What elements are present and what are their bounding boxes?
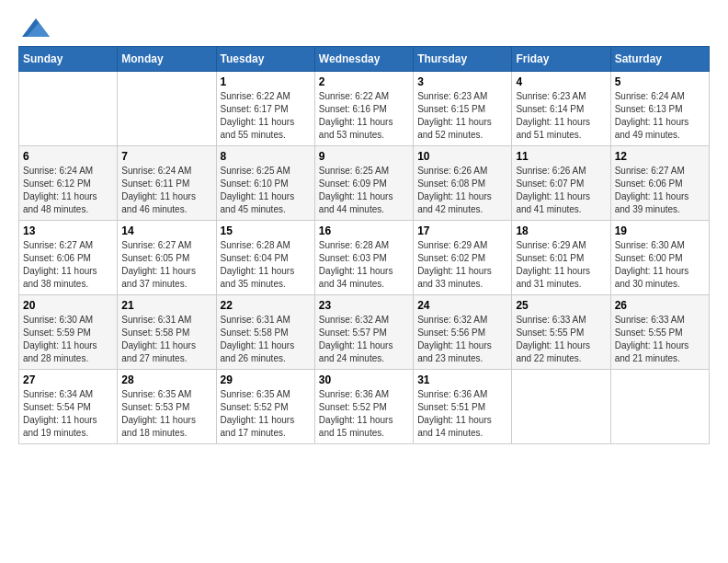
day-info: Sunrise: 6:30 AM Sunset: 6:00 PM Dayligh… [615,239,705,291]
calendar-cell [512,370,610,444]
calendar-cell: 3Sunrise: 6:23 AM Sunset: 6:15 PM Daylig… [414,72,512,146]
day-info: Sunrise: 6:28 AM Sunset: 6:03 PM Dayligh… [319,239,409,291]
logo [18,18,50,37]
day-info: Sunrise: 6:32 AM Sunset: 5:57 PM Dayligh… [319,314,409,365]
day-info: Sunrise: 6:35 AM Sunset: 5:52 PM Dayligh… [221,388,311,440]
day-number: 25 [516,299,606,312]
calendar-day-header: Saturday [610,47,709,72]
day-number: 1 [221,75,311,88]
calendar-cell: 29Sunrise: 6:35 AM Sunset: 5:52 PM Dayli… [216,370,314,444]
calendar-week-row: 6Sunrise: 6:24 AM Sunset: 6:12 PM Daylig… [19,146,710,221]
calendar-cell: 16Sunrise: 6:28 AM Sunset: 6:03 PM Dayli… [314,221,413,295]
day-info: Sunrise: 6:33 AM Sunset: 5:55 PM Dayligh… [615,314,705,365]
calendar-cell [118,72,216,146]
calendar-cell: 2Sunrise: 6:22 AM Sunset: 6:16 PM Daylig… [314,72,413,146]
day-number: 7 [121,150,211,163]
day-info: Sunrise: 6:28 AM Sunset: 6:04 PM Dayligh… [221,239,311,291]
calendar-day-header: Wednesday [314,47,413,72]
day-info: Sunrise: 6:25 AM Sunset: 6:10 PM Dayligh… [221,165,311,216]
calendar-cell: 26Sunrise: 6:33 AM Sunset: 5:55 PM Dayli… [610,295,709,370]
day-number: 13 [23,224,113,237]
day-number: 4 [516,75,606,88]
day-info: Sunrise: 6:25 AM Sunset: 6:09 PM Dayligh… [319,165,409,216]
calendar-table: SundayMondayTuesdayWednesdayThursdayFrid… [18,46,710,444]
day-info: Sunrise: 6:26 AM Sunset: 6:07 PM Dayligh… [516,165,606,216]
day-info: Sunrise: 6:27 AM Sunset: 6:06 PM Dayligh… [615,165,705,216]
calendar-day-header: Friday [512,47,610,72]
calendar-cell: 1Sunrise: 6:22 AM Sunset: 6:17 PM Daylig… [216,72,314,146]
day-number: 14 [121,224,211,237]
calendar-day-header: Tuesday [216,47,314,72]
day-info: Sunrise: 6:34 AM Sunset: 5:54 PM Dayligh… [23,388,113,440]
calendar-day-header: Monday [118,47,216,72]
day-info: Sunrise: 6:22 AM Sunset: 6:16 PM Dayligh… [319,90,409,142]
day-number: 18 [516,224,606,237]
day-number: 8 [221,150,311,163]
calendar-week-row: 1Sunrise: 6:22 AM Sunset: 6:17 PM Daylig… [19,72,710,146]
day-info: Sunrise: 6:22 AM Sunset: 6:17 PM Dayligh… [221,90,311,142]
calendar-cell: 31Sunrise: 6:36 AM Sunset: 5:51 PM Dayli… [414,370,512,444]
day-number: 20 [23,299,113,312]
calendar-cell: 11Sunrise: 6:26 AM Sunset: 6:07 PM Dayli… [512,146,610,221]
day-number: 19 [615,224,705,237]
day-number: 2 [319,75,409,88]
calendar-cell: 4Sunrise: 6:23 AM Sunset: 6:14 PM Daylig… [512,72,610,146]
calendar-body: 1Sunrise: 6:22 AM Sunset: 6:17 PM Daylig… [19,72,710,444]
calendar-cell: 17Sunrise: 6:29 AM Sunset: 6:02 PM Dayli… [414,221,512,295]
day-number: 30 [319,373,409,386]
calendar-week-row: 13Sunrise: 6:27 AM Sunset: 6:06 PM Dayli… [19,221,710,295]
day-number: 12 [615,150,705,163]
calendar-cell: 7Sunrise: 6:24 AM Sunset: 6:11 PM Daylig… [118,146,216,221]
calendar-cell: 8Sunrise: 6:25 AM Sunset: 6:10 PM Daylig… [216,146,314,221]
day-info: Sunrise: 6:30 AM Sunset: 5:59 PM Dayligh… [23,314,113,365]
day-number: 28 [121,373,211,386]
day-number: 11 [516,150,606,163]
calendar-cell [19,72,118,146]
day-info: Sunrise: 6:36 AM Sunset: 5:52 PM Dayligh… [319,388,409,440]
calendar-cell: 12Sunrise: 6:27 AM Sunset: 6:06 PM Dayli… [610,146,709,221]
day-info: Sunrise: 6:24 AM Sunset: 6:12 PM Dayligh… [23,165,113,216]
logo-icon [22,18,50,37]
day-info: Sunrise: 6:35 AM Sunset: 5:53 PM Dayligh… [121,388,211,440]
day-info: Sunrise: 6:27 AM Sunset: 6:06 PM Dayligh… [23,239,113,291]
day-info: Sunrise: 6:23 AM Sunset: 6:14 PM Dayligh… [516,90,606,142]
calendar-cell: 15Sunrise: 6:28 AM Sunset: 6:04 PM Dayli… [216,221,314,295]
day-info: Sunrise: 6:24 AM Sunset: 6:13 PM Dayligh… [615,90,705,142]
calendar-cell [610,370,709,444]
day-info: Sunrise: 6:31 AM Sunset: 5:58 PM Dayligh… [121,314,211,365]
page-header [18,18,710,37]
calendar-cell: 9Sunrise: 6:25 AM Sunset: 6:09 PM Daylig… [314,146,413,221]
calendar-cell: 19Sunrise: 6:30 AM Sunset: 6:00 PM Dayli… [610,221,709,295]
calendar-cell: 23Sunrise: 6:32 AM Sunset: 5:57 PM Dayli… [314,295,413,370]
day-number: 17 [417,224,507,237]
calendar-cell: 10Sunrise: 6:26 AM Sunset: 6:08 PM Dayli… [414,146,512,221]
day-number: 16 [319,224,409,237]
calendar-week-row: 27Sunrise: 6:34 AM Sunset: 5:54 PM Dayli… [19,370,710,444]
day-number: 27 [23,373,113,386]
day-info: Sunrise: 6:26 AM Sunset: 6:08 PM Dayligh… [417,165,507,216]
calendar-day-header: Thursday [414,47,512,72]
calendar-cell: 6Sunrise: 6:24 AM Sunset: 6:12 PM Daylig… [19,146,118,221]
calendar-cell: 13Sunrise: 6:27 AM Sunset: 6:06 PM Dayli… [19,221,118,295]
calendar-week-row: 20Sunrise: 6:30 AM Sunset: 5:59 PM Dayli… [19,295,710,370]
calendar-cell: 24Sunrise: 6:32 AM Sunset: 5:56 PM Dayli… [414,295,512,370]
day-number: 24 [417,299,507,312]
calendar-cell: 14Sunrise: 6:27 AM Sunset: 6:05 PM Dayli… [118,221,216,295]
day-number: 10 [417,150,507,163]
calendar-cell: 21Sunrise: 6:31 AM Sunset: 5:58 PM Dayli… [118,295,216,370]
day-info: Sunrise: 6:31 AM Sunset: 5:58 PM Dayligh… [221,314,311,365]
calendar-cell: 30Sunrise: 6:36 AM Sunset: 5:52 PM Dayli… [314,370,413,444]
day-number: 9 [319,150,409,163]
day-info: Sunrise: 6:24 AM Sunset: 6:11 PM Dayligh… [121,165,211,216]
day-number: 29 [221,373,311,386]
calendar-cell: 28Sunrise: 6:35 AM Sunset: 5:53 PM Dayli… [118,370,216,444]
day-number: 15 [221,224,311,237]
calendar-day-header: Sunday [19,47,118,72]
calendar-cell: 20Sunrise: 6:30 AM Sunset: 5:59 PM Dayli… [19,295,118,370]
day-info: Sunrise: 6:23 AM Sunset: 6:15 PM Dayligh… [417,90,507,142]
day-info: Sunrise: 6:29 AM Sunset: 6:02 PM Dayligh… [417,239,507,291]
day-number: 5 [615,75,705,88]
day-number: 6 [23,150,113,163]
calendar-header-row: SundayMondayTuesdayWednesdayThursdayFrid… [19,47,710,72]
day-info: Sunrise: 6:29 AM Sunset: 6:01 PM Dayligh… [516,239,606,291]
